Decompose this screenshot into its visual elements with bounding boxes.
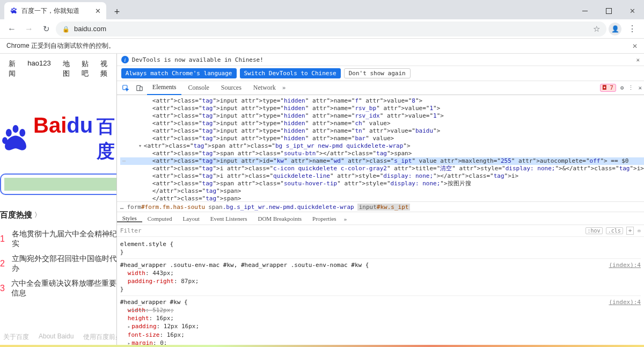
logo-bai: Bai bbox=[33, 113, 67, 138]
omnibox[interactable]: baidu.com bbox=[56, 21, 606, 37]
svg-point-4 bbox=[6, 129, 12, 137]
svg-rect-12 bbox=[140, 86, 142, 90]
chevron-right-icon[interactable]: 〉 bbox=[34, 211, 41, 220]
error-badge[interactable]: ◘ 7 bbox=[600, 84, 616, 92]
switch-lang-button[interactable]: Switch DevTools to Chinese bbox=[240, 68, 341, 78]
search-box: 百度一下 bbox=[0, 174, 116, 195]
nav-map[interactable]: 地图 bbox=[63, 59, 70, 78]
elements-dom-tree[interactable]: <attr">class="tag">input attr">type="hid… bbox=[117, 95, 644, 201]
settings-gear-icon[interactable]: ⚙ bbox=[620, 84, 624, 91]
logo-cn: 百度 bbox=[95, 114, 116, 164]
devtools-lang-banner: i DevTools is now available in Chinese! … bbox=[117, 54, 644, 66]
automation-infobar: Chrome 正受到自动测试软件的控制。 ✕ bbox=[0, 39, 644, 54]
styles-pane-menu-icon[interactable]: ▫ bbox=[637, 227, 641, 234]
svg-point-0 bbox=[11, 9, 13, 10]
tab-layout[interactable]: Layout bbox=[178, 215, 205, 222]
taskbar-strip bbox=[0, 345, 644, 347]
favicon-baidu bbox=[10, 6, 18, 15]
tab-dom-breakpoints[interactable]: DOM Breakpoints bbox=[252, 215, 307, 222]
tab-event-listeners[interactable]: Event Listeners bbox=[205, 215, 253, 222]
styles-pane[interactable]: element.style {}(index):4#head_wrapper .… bbox=[117, 237, 644, 347]
baidu-top-nav: 新闻 hao123 地图 贴吧 视频 bbox=[0, 54, 116, 84]
info-icon: i bbox=[121, 56, 129, 63]
page-footer: 关于百度About Baidu使用百度前必读帮助中心京公网安备110000020… bbox=[0, 332, 116, 342]
footer-link[interactable]: About Baidu bbox=[39, 332, 74, 342]
baidu-logo: Bai du 百度 bbox=[0, 113, 116, 164]
chrome-menu-icon[interactable] bbox=[625, 24, 640, 34]
address-bar: baidu.com bbox=[0, 19, 644, 39]
window-titlebar: 百度一下，你就知道 ✕ + bbox=[0, 0, 644, 19]
hot-search-title: 百度热搜 bbox=[0, 210, 32, 220]
nav-forward-icon bbox=[21, 21, 36, 37]
hot-search: 百度热搜 〉 ⟳ 换一换 1各地贯彻十九届六中全会精神纪实热2立陶宛外交部召回驻… bbox=[0, 210, 116, 301]
tab-close-icon[interactable]: ✕ bbox=[95, 7, 101, 15]
hot-search-item[interactable]: 2立陶宛外交部召回驻中国临时代办热 bbox=[0, 251, 116, 276]
hot-search-item[interactable]: 3六中全会重磅决议释放哪些重要信息热 bbox=[0, 276, 116, 301]
cls-toggle[interactable]: .cls bbox=[606, 227, 623, 234]
devtools-panel: i DevTools is now available in Chinese! … bbox=[116, 54, 644, 347]
devtools-lang-buttons: Always match Chrome's language Switch De… bbox=[117, 66, 644, 81]
svg-point-1 bbox=[13, 8, 15, 9]
tab-sources[interactable]: Sources bbox=[216, 81, 247, 95]
window-controls bbox=[573, 2, 644, 19]
banner-close-icon[interactable]: ✕ bbox=[636, 56, 640, 63]
new-style-rule-icon[interactable]: + bbox=[626, 227, 634, 235]
infobar-close-icon[interactable]: ✕ bbox=[632, 42, 638, 50]
tab-styles[interactable]: Styles bbox=[117, 215, 142, 222]
elements-breadcrumbs[interactable]: … form#form.fm.has-soutu span.bg.s_ipt_w… bbox=[117, 201, 644, 212]
infobar-text: Chrome 正受到自动测试软件的控制。 bbox=[6, 41, 115, 50]
lock-icon bbox=[62, 25, 70, 33]
nav-news[interactable]: 新闻 bbox=[9, 59, 16, 78]
baidu-paw-icon bbox=[0, 123, 31, 154]
styles-tabs: Styles Computed Layout Event Listeners D… bbox=[117, 212, 644, 225]
svg-point-2 bbox=[15, 9, 17, 10]
tab-network[interactable]: Network bbox=[248, 81, 281, 95]
search-input[interactable] bbox=[0, 174, 116, 195]
window-minimize-icon[interactable] bbox=[573, 2, 597, 19]
devtools-close-icon[interactable]: ✕ bbox=[638, 84, 642, 91]
window-maximize-icon[interactable] bbox=[597, 2, 620, 19]
nav-back-icon[interactable] bbox=[4, 21, 19, 37]
tab-computed[interactable]: Computed bbox=[142, 215, 178, 222]
browser-tab[interactable]: 百度一下，你就知道 ✕ bbox=[4, 2, 106, 19]
devtools-menu-icon[interactable]: ⋮ bbox=[628, 84, 634, 91]
nav-tieba[interactable]: 贴吧 bbox=[82, 59, 89, 78]
nav-hao123[interactable]: hao123 bbox=[27, 59, 50, 78]
styles-filter-row: Filter :hov .cls + ▫ bbox=[117, 225, 644, 237]
tab-console[interactable]: Console bbox=[182, 81, 214, 95]
more-tabs-icon[interactable]: » bbox=[282, 84, 286, 91]
window-close-icon[interactable] bbox=[620, 2, 644, 19]
inspect-highlight bbox=[4, 178, 116, 191]
devtools-tabs: Elements Console Sources Network » ◘ 7 ⚙… bbox=[117, 81, 644, 95]
svg-point-6 bbox=[19, 129, 25, 137]
bookmark-star-icon[interactable] bbox=[593, 24, 600, 34]
footer-link[interactable]: 使用百度前必读 bbox=[83, 332, 116, 342]
hov-toggle[interactable]: :hov bbox=[586, 227, 603, 234]
nav-video[interactable]: 视频 bbox=[100, 59, 107, 78]
svg-point-5 bbox=[13, 125, 19, 133]
nav-reload-icon[interactable] bbox=[39, 21, 54, 37]
footer-link[interactable]: 关于百度 bbox=[3, 332, 29, 342]
logo-du: du bbox=[67, 113, 93, 138]
page-viewport: 新闻 hao123 地图 贴吧 视频 input#kw.s_ipt550 × 4… bbox=[0, 54, 116, 347]
dont-show-button[interactable]: Don't show again bbox=[344, 68, 411, 78]
styles-filter[interactable]: Filter bbox=[120, 227, 142, 234]
profile-avatar-icon[interactable] bbox=[609, 23, 621, 35]
hot-search-item[interactable]: 1各地贯彻十九届六中全会精神纪实热 bbox=[0, 227, 116, 251]
tab-elements[interactable]: Elements bbox=[147, 81, 182, 95]
new-tab-button[interactable]: + bbox=[109, 4, 125, 19]
tab-title: 百度一下，你就知道 bbox=[21, 6, 92, 16]
device-toolbar-icon[interactable] bbox=[133, 82, 146, 95]
inspect-element-icon[interactable] bbox=[119, 82, 132, 95]
always-match-button[interactable]: Always match Chrome's language bbox=[121, 68, 237, 78]
tab-properties[interactable]: Properties bbox=[307, 215, 342, 222]
url-text: baidu.com bbox=[74, 25, 106, 33]
